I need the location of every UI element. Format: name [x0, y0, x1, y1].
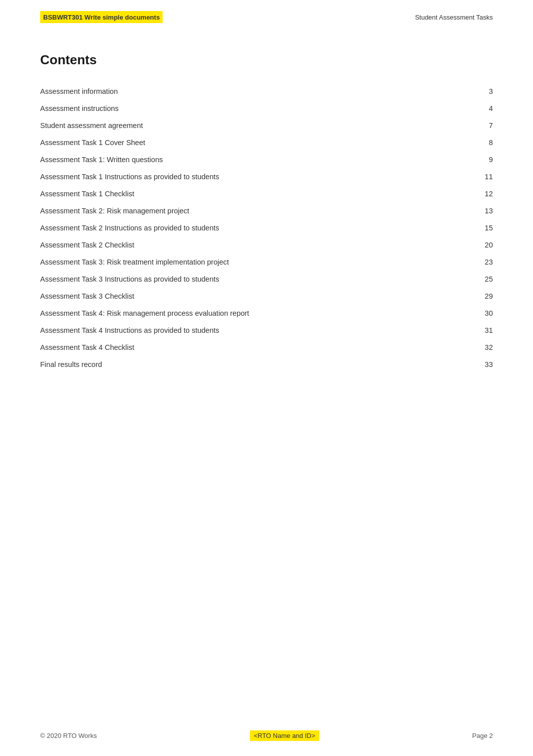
- toc-item-label: Assessment Task 2: Risk management proje…: [40, 202, 425, 219]
- course-title: BSBWRT301 Write simple documents: [43, 14, 160, 21]
- page-header: BSBWRT301 Write simple documents Student…: [0, 0, 533, 32]
- toc-item-page: 3: [425, 83, 493, 100]
- toc-row: Assessment Task 3 Instructions as provid…: [40, 271, 493, 288]
- toc-row: Assessment Task 4: Risk management proce…: [40, 305, 493, 322]
- toc-item-label: Assessment instructions: [40, 100, 425, 117]
- toc-row: Assessment Task 2 Instructions as provid…: [40, 219, 493, 236]
- toc-row: Assessment Task 2: Risk management proje…: [40, 202, 493, 219]
- toc-item-page: 30: [425, 305, 493, 322]
- toc-item-page: 20: [425, 236, 493, 254]
- toc-item-page: 11: [425, 168, 493, 185]
- toc-item-label: Assessment Task 3: Risk treatment implem…: [40, 254, 425, 271]
- toc-item-label: Assessment Task 4 Checklist: [40, 339, 425, 356]
- toc-row: Final results record33: [40, 356, 493, 373]
- toc-item-page: 29: [425, 288, 493, 305]
- toc-item-page: 23: [425, 254, 493, 271]
- toc-row: Assessment Task 2 Checklist20: [40, 236, 493, 254]
- toc-row: Assessment instructions4: [40, 100, 493, 117]
- toc-row: Assessment Task 1 Instructions as provid…: [40, 168, 493, 185]
- toc-item-label: Student assessment agreement: [40, 117, 425, 134]
- header-course-label: BSBWRT301 Write simple documents: [40, 11, 163, 23]
- toc-row: Assessment Task 3 Checklist29: [40, 288, 493, 305]
- toc-item-label: Assessment Task 3 Instructions as provid…: [40, 271, 425, 288]
- toc-item-label: Assessment Task 1 Checklist: [40, 185, 425, 202]
- page-footer: © 2020 RTO Works <RTO Name and ID> Page …: [0, 730, 533, 741]
- toc-item-label: Assessment Task 4 Instructions as provid…: [40, 322, 425, 339]
- toc-item-label: Assessment information: [40, 83, 425, 100]
- header-document-type: Student Assessment Tasks: [415, 14, 493, 21]
- toc-item-page: 7: [425, 117, 493, 134]
- toc-item-page: 8: [425, 134, 493, 151]
- footer-copyright: © 2020 RTO Works: [40, 732, 97, 739]
- main-content: Contents Assessment information3Assessme…: [0, 32, 533, 413]
- page: BSBWRT301 Write simple documents Student…: [0, 0, 533, 756]
- toc-row: Assessment Task 1 Cover Sheet8: [40, 134, 493, 151]
- toc-row: Assessment Task 4 Checklist32: [40, 339, 493, 356]
- toc-row: Assessment Task 3: Risk treatment implem…: [40, 254, 493, 271]
- toc-item-page: 9: [425, 151, 493, 168]
- toc-item-label: Assessment Task 1 Instructions as provid…: [40, 168, 425, 185]
- toc-item-label: Assessment Task 3 Checklist: [40, 288, 425, 305]
- toc-row: Student assessment agreement7: [40, 117, 493, 134]
- toc-item-page: 33: [425, 356, 493, 373]
- toc-row: Assessment Task 4 Instructions as provid…: [40, 322, 493, 339]
- toc-item-label: Assessment Task 1: Written questions: [40, 151, 425, 168]
- toc-item-label: Assessment Task 1 Cover Sheet: [40, 134, 425, 151]
- toc-item-page: 15: [425, 219, 493, 236]
- toc-item-page: 31: [425, 322, 493, 339]
- toc-item-page: 13: [425, 202, 493, 219]
- footer-rto-name: <RTO Name and ID>: [250, 730, 319, 741]
- page-title: Contents: [40, 52, 493, 68]
- toc-item-label: Assessment Task 2 Checklist: [40, 236, 425, 254]
- toc-item-label: Assessment Task 4: Risk management proce…: [40, 305, 425, 322]
- toc-item-page: 25: [425, 271, 493, 288]
- toc-item-page: 4: [425, 100, 493, 117]
- toc-item-page: 12: [425, 185, 493, 202]
- toc-row: Assessment Task 1 Checklist12: [40, 185, 493, 202]
- toc-item-page: 32: [425, 339, 493, 356]
- table-of-contents: Assessment information3Assessment instru…: [40, 83, 493, 373]
- toc-row: Assessment information3: [40, 83, 493, 100]
- toc-item-label: Assessment Task 2 Instructions as provid…: [40, 219, 425, 236]
- toc-row: Assessment Task 1: Written questions9: [40, 151, 493, 168]
- footer-page-number: Page 2: [472, 732, 493, 739]
- toc-item-label: Final results record: [40, 356, 425, 373]
